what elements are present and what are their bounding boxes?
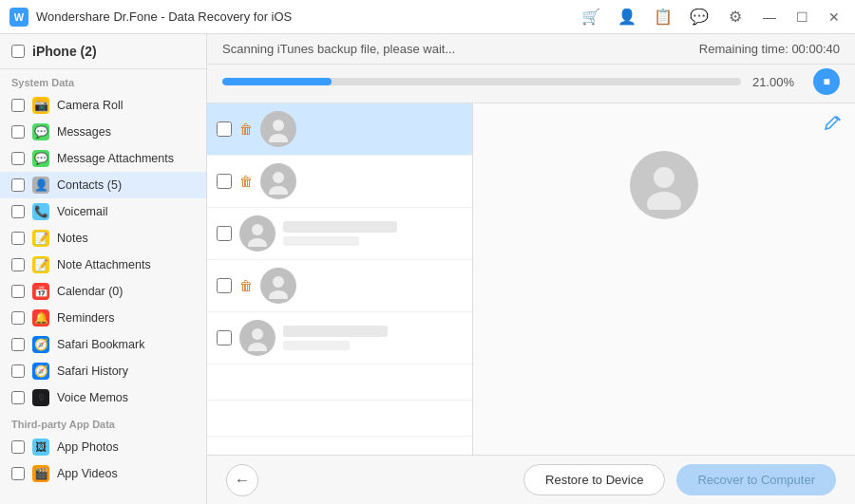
sidebar-item-contacts[interactable]: 👤 Contacts (5) bbox=[0, 172, 206, 198]
back-button[interactable]: ← bbox=[226, 464, 258, 496]
contact-detail-panel bbox=[473, 103, 855, 455]
safari-bm-icon: 🧭 bbox=[32, 336, 49, 353]
user-icon[interactable]: 👤 bbox=[614, 4, 640, 30]
progress-bar-container bbox=[222, 78, 741, 85]
trash-icon[interactable]: 🗑 bbox=[239, 121, 253, 137]
svg-point-4 bbox=[252, 224, 263, 235]
sidebar-item-app-photos[interactable]: 🖼 App Photos bbox=[0, 434, 206, 460]
sidebar-item-note-attachments[interactable]: 📝 Note Attachments bbox=[0, 252, 206, 278]
contact-avatar bbox=[260, 163, 296, 199]
scan-stop-button[interactable]: ■ bbox=[813, 68, 840, 95]
contacts-checkbox[interactable] bbox=[11, 178, 25, 192]
messages-checkbox[interactable] bbox=[11, 125, 25, 139]
progress-bar-fill bbox=[222, 78, 332, 85]
contact-avatar bbox=[239, 320, 276, 356]
sidebar: iPhone (2) System Data 📷 Camera Roll 💬 M… bbox=[0, 34, 207, 504]
contact-avatar bbox=[239, 215, 276, 252]
minimize-button[interactable]: — bbox=[758, 6, 781, 28]
list-item-checkbox[interactable] bbox=[217, 330, 232, 345]
list-item-checkbox[interactable] bbox=[217, 174, 232, 189]
svg-point-1 bbox=[269, 134, 288, 142]
sidebar-item-safari-bookmark[interactable]: 🧭 Safari Bookmark bbox=[0, 331, 206, 358]
svg-point-3 bbox=[269, 186, 288, 195]
list-item-info bbox=[283, 326, 463, 350]
list-item-checkbox[interactable] bbox=[217, 121, 232, 137]
camera-roll-checkbox[interactable] bbox=[11, 99, 25, 112]
recover-to-computer-button[interactable]: Recover to Computer bbox=[676, 464, 836, 495]
list-item-checkbox[interactable] bbox=[217, 278, 232, 293]
sidebar-item-app-videos[interactable]: 🎬 App Videos bbox=[0, 460, 206, 487]
noteatt-label: Note Attachments bbox=[57, 258, 151, 271]
sidebar-item-message-attachments[interactable]: 💬 Message Attachments bbox=[0, 145, 206, 172]
close-button[interactable]: ✕ bbox=[823, 6, 846, 28]
trash-icon[interactable]: 🗑 bbox=[239, 278, 253, 293]
sidebar-item-messages[interactable]: 💬 Messages bbox=[0, 119, 206, 145]
sidebar-item-safari-history[interactable]: 🧭 Safari History bbox=[0, 358, 206, 384]
restore-to-device-button[interactable]: Restore to Device bbox=[523, 464, 665, 495]
contact-avatar bbox=[260, 111, 296, 147]
camera-roll-label: Camera Roll bbox=[57, 99, 123, 112]
voice-checkbox[interactable] bbox=[11, 391, 25, 404]
svg-point-10 bbox=[654, 167, 674, 188]
bottom-actions: Restore to Device Recover to Computer bbox=[523, 464, 836, 495]
list-item[interactable] bbox=[207, 312, 472, 364]
app-logo: W bbox=[10, 8, 28, 27]
app-videos-icon: 🎬 bbox=[32, 465, 49, 482]
safari-hist-checkbox[interactable] bbox=[11, 364, 25, 378]
maximize-button[interactable]: ☐ bbox=[790, 6, 813, 28]
titlebar: W Wondershare Dr.Fone - Data Recovery fo… bbox=[0, 0, 855, 34]
voicemail-checkbox[interactable] bbox=[11, 205, 25, 218]
bottom-bar: ← Restore to Device Recover to Computer bbox=[207, 455, 855, 504]
edit-icon[interactable] bbox=[825, 113, 842, 134]
progress-pct-text: 21.00% bbox=[752, 75, 794, 89]
contacts-label: Contacts (5) bbox=[57, 178, 122, 192]
msgatt-icon: 💬 bbox=[32, 150, 49, 167]
sidebar-item-calendar[interactable]: 📅 Calendar (0) bbox=[0, 278, 206, 305]
noteatt-checkbox[interactable] bbox=[11, 258, 25, 271]
noteatt-icon: 📝 bbox=[32, 256, 49, 273]
svg-point-5 bbox=[248, 238, 267, 247]
reminders-label: Reminders bbox=[57, 311, 114, 325]
feedback-icon[interactable]: 💬 bbox=[686, 4, 712, 30]
sidebar-item-camera-roll[interactable]: 📷 Camera Roll bbox=[0, 92, 206, 119]
section-label-system: System Data bbox=[0, 69, 206, 92]
scan-status-bar: Scanning iTunes backup file, please wait… bbox=[207, 34, 855, 65]
safari-bm-checkbox[interactable] bbox=[11, 338, 25, 351]
list-item[interactable]: 🗑 bbox=[207, 156, 472, 208]
list-item bbox=[207, 401, 472, 437]
cart-icon[interactable]: 🛒 bbox=[578, 4, 604, 30]
sidebar-item-notes[interactable]: 📝 Notes bbox=[0, 225, 206, 252]
contact-list-panel: 🗑 🗑 bbox=[207, 103, 473, 455]
list-item[interactable] bbox=[207, 208, 472, 260]
reminders-icon: 🔔 bbox=[32, 309, 49, 327]
settings-icon[interactable]: ⚙ bbox=[722, 4, 749, 30]
app-photos-label: App Photos bbox=[57, 440, 119, 454]
calendar-icon: 📅 bbox=[32, 283, 49, 300]
msgatt-checkbox[interactable] bbox=[11, 152, 25, 165]
sidebar-item-voicemail[interactable]: 📞 Voicemail bbox=[0, 198, 206, 225]
content-area: Scanning iTunes backup file, please wait… bbox=[207, 34, 855, 504]
tablet-icon[interactable]: 📋 bbox=[650, 4, 676, 30]
notes-icon: 📝 bbox=[32, 230, 49, 247]
detail-avatar bbox=[630, 151, 698, 219]
sidebar-item-reminders[interactable]: 🔔 Reminders bbox=[0, 305, 206, 331]
stop-icon: ■ bbox=[823, 75, 829, 88]
voicemail-icon: 📞 bbox=[32, 203, 49, 220]
notes-checkbox[interactable] bbox=[11, 232, 25, 245]
sidebar-item-voice-memos[interactable]: 🎙 Voice Memos bbox=[0, 384, 206, 411]
voice-icon: 🎙 bbox=[32, 389, 49, 406]
device-name: iPhone (2) bbox=[32, 44, 97, 59]
voice-label: Voice Memos bbox=[57, 391, 128, 404]
app-photos-checkbox[interactable] bbox=[11, 440, 25, 454]
app-videos-checkbox[interactable] bbox=[11, 467, 25, 480]
trash-icon[interactable]: 🗑 bbox=[239, 174, 253, 189]
notes-label: Notes bbox=[57, 232, 88, 245]
calendar-checkbox[interactable] bbox=[11, 285, 25, 298]
list-item[interactable]: 🗑 bbox=[207, 103, 472, 156]
camera-roll-icon: 📷 bbox=[32, 97, 49, 114]
svg-point-6 bbox=[273, 276, 284, 288]
list-item[interactable]: 🗑 bbox=[207, 260, 472, 312]
list-item-checkbox[interactable] bbox=[217, 226, 232, 241]
device-checkbox[interactable] bbox=[11, 45, 25, 58]
reminders-checkbox[interactable] bbox=[11, 311, 25, 325]
